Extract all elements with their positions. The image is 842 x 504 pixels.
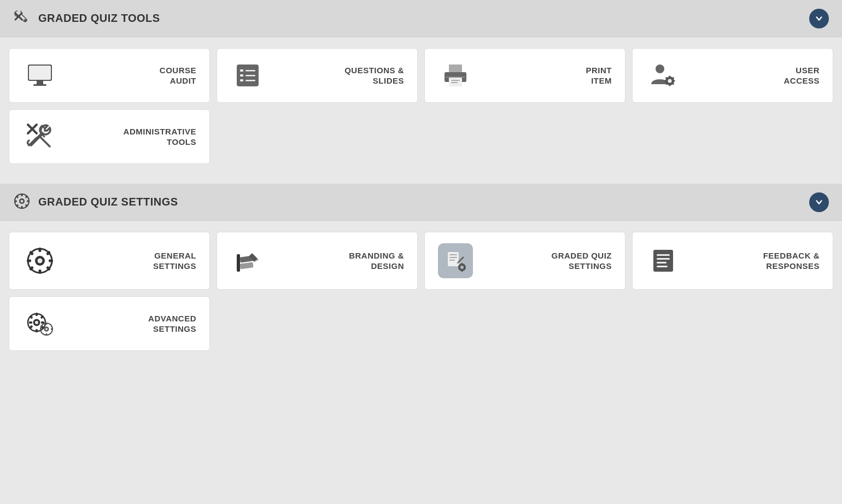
svg-rect-68 [464, 267, 466, 268]
svg-rect-73 [657, 266, 668, 267]
settings-placeholder-2 [217, 296, 418, 351]
settings-row1-grid: GENERALSETTINGS BRANDING &DESIGN [0, 221, 842, 290]
svg-rect-56 [237, 254, 240, 272]
svg-rect-37 [14, 200, 17, 202]
questions-slides-tile[interactable]: QUESTIONS &SLIDES [217, 48, 418, 103]
svg-rect-70 [657, 254, 670, 256]
svg-rect-79 [29, 315, 33, 319]
wrench-cross-icon [22, 121, 57, 152]
print-item-tile[interactable]: PRINTITEM [424, 48, 625, 103]
settings-row2-grid: ADVANCEDSETTINGS [0, 290, 842, 362]
section-gap [0, 175, 842, 184]
svg-rect-14 [449, 65, 462, 72]
palette-icon [230, 245, 265, 276]
svg-rect-24 [669, 84, 671, 86]
user-access-label: USERACCESS [692, 65, 820, 86]
branding-design-label: BRANDING &DESIGN [276, 250, 404, 272]
svg-rect-9 [245, 70, 255, 72]
svg-rect-86 [46, 323, 48, 325]
svg-rect-46 [39, 248, 42, 252]
lines-icon [646, 245, 681, 276]
svg-rect-26 [673, 80, 675, 82]
svg-rect-76 [36, 329, 38, 332]
svg-rect-38 [27, 200, 30, 202]
gear-icon [22, 245, 57, 276]
course-audit-label: COURSEAUDIT [68, 65, 196, 86]
svg-point-55 [38, 259, 43, 263]
svg-rect-25 [665, 80, 667, 82]
tools-placeholder-3 [424, 109, 625, 164]
tools-placeholder-2 [217, 109, 418, 164]
gear-double-icon [22, 308, 57, 339]
svg-rect-17 [451, 80, 460, 81]
print-item-label: PRINTITEM [484, 65, 612, 86]
svg-point-22 [668, 79, 672, 83]
general-settings-tile[interactable]: GENERALSETTINGS [9, 232, 210, 290]
svg-rect-10 [240, 74, 243, 77]
settings-placeholder-4 [632, 296, 833, 351]
svg-rect-82 [40, 315, 44, 319]
svg-point-0 [24, 19, 26, 21]
settings-header-left: GRADED QUIZ SETTINGS [13, 192, 178, 212]
admin-tools-tile[interactable]: ADMINISTRATIVETOOLS [9, 109, 210, 164]
svg-rect-23 [669, 76, 671, 78]
tools-collapse-button[interactable] [809, 9, 829, 28]
tools-row1-grid: COURSEAUDIT QUESTIONS &SLIDES [0, 37, 842, 103]
tools-header-left: GRADED QUIZ TOOLS [13, 9, 160, 28]
tools-row2-grid: ADMINISTRATIVETOOLS [0, 103, 842, 175]
svg-rect-69 [653, 250, 673, 272]
svg-rect-72 [657, 262, 666, 263]
svg-rect-35 [21, 194, 23, 196]
advanced-settings-tile[interactable]: ADVANCEDSETTINGS [9, 296, 210, 351]
course-audit-tile[interactable]: COURSEAUDIT [9, 48, 210, 103]
svg-rect-71 [657, 258, 670, 260]
svg-point-44 [21, 200, 24, 202]
tools-placeholder-4 [632, 109, 833, 164]
svg-rect-59 [448, 252, 459, 266]
svg-rect-49 [49, 260, 53, 262]
settings-header-icon [13, 192, 31, 212]
svg-rect-58 [239, 262, 253, 269]
svg-rect-87 [46, 333, 48, 336]
svg-rect-67 [458, 267, 460, 268]
svg-rect-62 [449, 260, 455, 261]
svg-rect-65 [461, 263, 463, 265]
svg-rect-19 [446, 77, 465, 78]
svg-point-20 [656, 65, 664, 73]
svg-rect-8 [240, 69, 243, 72]
svg-rect-36 [21, 206, 23, 209]
tools-section-header: GRADED QUIZ TOOLS [0, 0, 842, 37]
advanced-settings-label: ADVANCEDSETTINGS [68, 313, 196, 335]
svg-rect-18 [451, 82, 458, 83]
svg-point-84 [35, 321, 38, 324]
svg-rect-12 [240, 79, 243, 81]
svg-rect-48 [27, 260, 31, 262]
graded-quiz-settings-label: GRADED QUIZSETTINGS [484, 250, 612, 272]
monitor-icon [22, 60, 57, 91]
admin-tools-label: ADMINISTRATIVETOOLS [68, 126, 196, 148]
svg-rect-88 [40, 329, 42, 330]
settings-section-title: GRADED QUIZ SETTINGS [38, 196, 178, 208]
svg-rect-77 [29, 321, 32, 324]
svg-rect-4 [29, 66, 51, 80]
settings-section-header: GRADED QUIZ SETTINGS [0, 184, 842, 221]
svg-rect-6 [33, 84, 46, 86]
svg-rect-47 [39, 269, 42, 274]
svg-point-64 [460, 266, 464, 269]
quiz-settings-icon [438, 243, 473, 278]
printer-icon [438, 60, 473, 91]
feedback-responses-tile[interactable]: FEEDBACK &RESPONSES [632, 232, 833, 290]
svg-rect-75 [36, 313, 38, 316]
branding-design-tile[interactable]: BRANDING &DESIGN [217, 232, 418, 290]
svg-point-91 [45, 328, 48, 330]
tools-header-icon [13, 9, 31, 28]
settings-placeholder-3 [424, 296, 625, 351]
user-access-tile[interactable]: USERACCESS [632, 48, 833, 103]
graded-quiz-settings-tile[interactable]: GRADED QUIZSETTINGS [424, 232, 625, 290]
general-settings-label: GENERALSETTINGS [68, 250, 196, 272]
feedback-responses-label: FEEDBACK &RESPONSES [692, 250, 820, 272]
svg-rect-11 [245, 75, 255, 77]
svg-rect-13 [245, 80, 255, 81]
settings-collapse-button[interactable] [809, 192, 829, 212]
svg-rect-60 [449, 254, 457, 255]
